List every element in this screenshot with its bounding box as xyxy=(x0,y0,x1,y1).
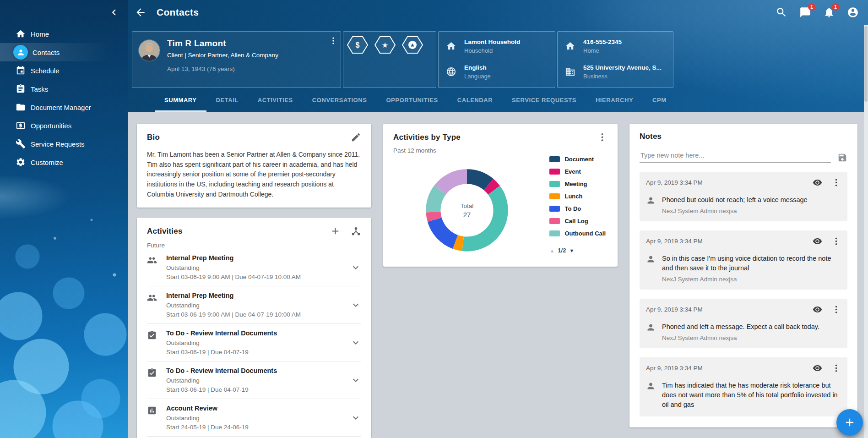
eye-icon[interactable] xyxy=(813,363,822,373)
summary-content: Bio Mr. Tim Lamont has been a Senior Par… xyxy=(128,112,868,438)
language-label: Language xyxy=(464,73,491,80)
sidebar-nav: Home Contacts Schedule Tasks Document Ma… xyxy=(0,25,128,171)
legend-item: Event xyxy=(549,168,606,175)
chevron-down-icon[interactable] xyxy=(350,300,361,311)
add-fab[interactable] xyxy=(836,409,863,436)
tab-activities[interactable]: ACTIVITIES xyxy=(248,88,303,112)
search-icon[interactable] xyxy=(776,6,787,18)
activity-dates: Start 03-06-19 | Due 04-07-19 xyxy=(166,386,342,393)
contact-role: Client | Senior Partner, Allen & Company xyxy=(167,52,278,59)
people-icon xyxy=(147,293,158,304)
activities-card: Activities Future Internal Prep Meeting … xyxy=(137,218,371,438)
sidebar-item-service-requests[interactable]: Service Requests xyxy=(0,135,128,153)
sidebar-item-contacts[interactable]: Contacts xyxy=(0,43,128,61)
tab-cpm[interactable]: CPM xyxy=(643,88,676,112)
note-item: Apr 9, 2019 3:34 PM Phoned but could not… xyxy=(640,172,847,221)
sidebar-item-label: Service Requests xyxy=(31,140,85,148)
note-menu-kebab-icon[interactable] xyxy=(831,178,841,187)
donut-total-value: 27 xyxy=(463,211,471,219)
sidebar-item-customize[interactable]: Customize xyxy=(0,153,128,171)
sidebar-item-schedule[interactable]: Schedule xyxy=(0,61,128,80)
legend-page-up-icon[interactable]: ▲ xyxy=(549,248,554,253)
activity-title: To Do - Review Internal Documents xyxy=(166,329,342,337)
note-input[interactable] xyxy=(640,148,831,163)
save-icon[interactable] xyxy=(837,153,847,163)
back-arrow-icon[interactable] xyxy=(135,6,146,18)
legend-page-indicator: 1/2 xyxy=(558,247,566,254)
column-left: Bio Mr. Tim Lamont has been a Senior Par… xyxy=(137,124,371,438)
account-icon[interactable] xyxy=(847,6,859,18)
main-area: Contacts 1 1 Tim R Lamont Client | Senio… xyxy=(128,0,868,438)
contact-tabs: SUMMARY DETAIL ACTIVITIES CONVERSATIONS … xyxy=(128,88,868,112)
tab-service-requests[interactable]: SERVICE REQUESTS xyxy=(502,88,586,112)
calendar-icon xyxy=(15,65,26,76)
note-author: NexJ System Admin nexjsa xyxy=(662,208,808,214)
person-icon xyxy=(646,196,656,205)
activity-dates: Start 03-06-19 | Due 04-07-19 xyxy=(166,349,342,356)
chat-icon[interactable]: 1 xyxy=(799,6,811,18)
activity-row: To Do - Review Internal Documents Outsta… xyxy=(147,324,361,361)
sidebar-item-tasks[interactable]: Tasks xyxy=(0,80,128,98)
tab-summary[interactable]: SUMMARY xyxy=(155,88,206,112)
avatar xyxy=(139,40,160,61)
language-value: English xyxy=(464,64,491,71)
note-text: Phoned but could not reach; left a voice… xyxy=(662,195,808,205)
legend-pagination: ▲ 1/2 ▼ xyxy=(549,247,606,254)
activity-status: Outstanding xyxy=(166,339,342,346)
bio-text: Mr. Tim Lamont has been a Senior Partner… xyxy=(147,150,361,199)
person-icon xyxy=(646,254,656,264)
vertical-scrollbar[interactable] xyxy=(864,25,868,438)
household-row[interactable]: Lamont Household Household xyxy=(446,38,548,54)
people-icon xyxy=(147,255,158,266)
page-title: Contacts xyxy=(157,7,199,18)
activity-row: To Do - Review Internal Documents Outsta… xyxy=(147,361,361,399)
tab-hierarchy[interactable]: HIERARCHY xyxy=(586,88,643,112)
add-activity-icon[interactable] xyxy=(330,226,341,236)
contact-header-cards: Tim R Lamont Client | Senior Partner, Al… xyxy=(128,25,868,88)
language-row[interactable]: English Language xyxy=(446,64,548,80)
eye-icon[interactable] xyxy=(813,178,822,187)
sidebar-item-home[interactable]: Home xyxy=(0,25,128,43)
tab-detail[interactable]: DETAIL xyxy=(206,88,248,112)
activity-dates: Start 03-06-19 9:00 AM | Due 04-07-19 10… xyxy=(166,274,342,280)
sidebar-item-document-manager[interactable]: Document Manager xyxy=(0,98,128,116)
activity-status: Outstanding xyxy=(166,302,342,309)
legend-page-down-icon[interactable]: ▼ xyxy=(569,248,574,253)
sidebar-header xyxy=(0,0,128,25)
edit-pencil-icon[interactable] xyxy=(351,132,361,142)
chevron-down-icon[interactable] xyxy=(350,412,361,423)
note-item: Apr 9, 2019 3:34 PM So in this case I'm … xyxy=(640,230,847,290)
chevron-left-icon[interactable] xyxy=(108,6,120,18)
note-menu-kebab-icon[interactable] xyxy=(831,363,841,373)
chevron-down-icon[interactable] xyxy=(350,337,361,348)
note-date: Apr 9, 2019 3:34 PM xyxy=(646,306,703,313)
eye-icon[interactable] xyxy=(813,305,822,314)
chevron-down-icon[interactable] xyxy=(350,375,361,386)
donut-total-label: Total xyxy=(461,203,474,209)
contact-menu-kebab-icon[interactable] xyxy=(329,36,338,45)
tab-calendar[interactable]: CALENDAR xyxy=(448,88,502,112)
legend-swatch xyxy=(549,206,560,212)
hierarchy-icon[interactable] xyxy=(351,226,361,236)
chart-menu-kebab-icon[interactable] xyxy=(597,132,608,142)
svg-text:★: ★ xyxy=(410,42,415,49)
tab-opportunities[interactable]: OPPORTUNITIES xyxy=(376,88,447,112)
bell-icon[interactable]: 1 xyxy=(823,6,835,18)
eye-icon[interactable] xyxy=(813,236,822,246)
sidebar-item-opportunities[interactable]: Opportunities xyxy=(0,116,128,135)
tab-conversations[interactable]: CONVERSATIONS xyxy=(303,88,377,112)
note-item: Apr 9, 2019 3:34 PM Phoned and left a me… xyxy=(640,299,847,348)
note-menu-kebab-icon[interactable] xyxy=(831,305,841,314)
contact-summary-card: Tim R Lamont Client | Senior Partner, Al… xyxy=(132,31,341,88)
chevron-down-icon[interactable] xyxy=(350,262,361,273)
globe-icon xyxy=(446,66,457,77)
phone-row[interactable]: 416-555-2345 Home xyxy=(565,38,666,54)
contact-birthdate: April 13, 1943 (76 years) xyxy=(167,66,278,72)
activities-by-type-card: Activities by Type Past 12 months Total … xyxy=(383,124,618,267)
activity-status: Outstanding xyxy=(166,415,342,422)
address-row[interactable]: 525 University Avenue, S... Business xyxy=(565,64,666,80)
note-menu-kebab-icon[interactable] xyxy=(831,236,841,246)
scrollbar-thumb[interactable] xyxy=(864,26,868,102)
dollar-hex-badge-icon: $ xyxy=(347,36,368,54)
notifications-badge: 1 xyxy=(832,3,839,11)
